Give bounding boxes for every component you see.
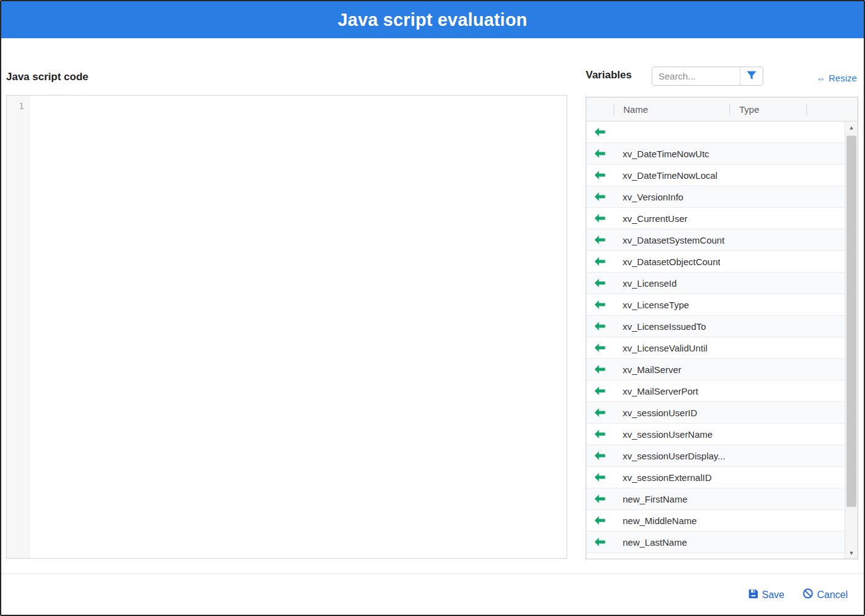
filter-icon (747, 71, 756, 82)
type-column-header: Type (729, 104, 806, 115)
variable-name: xv_LicenseValidUntil (613, 343, 707, 353)
insert-variable-arrow-icon[interactable] (586, 495, 613, 503)
cancel-icon (803, 588, 813, 601)
insert-variable-arrow-icon[interactable] (586, 322, 613, 331)
variables-heading: Variables (586, 69, 632, 81)
variable-name: xv_VersionInfo (613, 192, 683, 202)
variable-row[interactable]: xv_LicenseType (586, 294, 845, 316)
variable-row[interactable]: xv_LicenseValidUntil (586, 337, 845, 359)
dialog-title: Java script evaluation (338, 10, 527, 30)
name-column-header: Name (613, 104, 729, 115)
variable-row[interactable]: xv_sessionExternalID (586, 467, 845, 488)
resize-label: Resize (829, 73, 857, 83)
dialog-titlebar: Java script evaluation (1, 1, 864, 38)
insert-variable-arrow-icon[interactable] (586, 192, 613, 201)
footer-divider (1, 573, 864, 574)
variables-table: Name Type xv_DateTim (586, 97, 858, 559)
scrollbar-thumb[interactable] (847, 136, 856, 507)
variable-name: xv_LicenseIssuedTo (613, 321, 706, 332)
variable-name: xv_DatasetObjectCount (613, 257, 720, 267)
insert-variable-arrow-icon[interactable] (586, 430, 613, 438)
variable-row[interactable]: new_FirstName (586, 488, 845, 510)
footer: Save Cancel (748, 588, 848, 601)
insert-variable-arrow-icon[interactable] (586, 236, 613, 244)
resize-icon: ⇔ (816, 73, 826, 83)
insert-variable-arrow-icon[interactable] (586, 451, 613, 460)
save-icon (748, 589, 758, 601)
resize-button[interactable]: ⇔ Resize (816, 73, 857, 83)
filter-button[interactable] (740, 67, 763, 85)
variable-row[interactable]: xv_CurrentUser (586, 208, 845, 229)
variable-name: xv_DatasetSystemCount (613, 235, 724, 245)
variable-row[interactable]: xv_sessionUserName (586, 424, 845, 445)
code-editor[interactable]: 1 (6, 95, 567, 559)
variable-name: new_Department (613, 559, 693, 559)
insert-variable-arrow-icon[interactable] (586, 128, 613, 136)
variable-name: new_FirstName (613, 494, 687, 504)
variable-row[interactable]: xv_MailServer (586, 359, 845, 380)
insert-variable-arrow-icon[interactable] (586, 171, 613, 179)
variable-row[interactable]: xv_MailServerPort (586, 380, 845, 402)
variable-row[interactable]: xv_sessionUserID (586, 402, 845, 424)
variable-row[interactable]: xv_LicenseId (586, 273, 845, 294)
insert-variable-arrow-icon[interactable] (586, 387, 613, 395)
insert-variable-arrow-icon[interactable] (586, 516, 613, 525)
insert-variable-arrow-icon[interactable] (586, 149, 613, 158)
line-number-gutter: 1 (7, 96, 30, 558)
insert-variable-arrow-icon[interactable] (586, 279, 613, 287)
variable-name: xv_LicenseId (613, 278, 677, 289)
insert-variable-arrow-icon[interactable] (586, 343, 613, 352)
variable-name: xv_CurrentUser (613, 213, 687, 224)
variable-row[interactable]: new_Department (586, 553, 845, 559)
variables-list: xv_DateTimeNowUtc xv_DateTimeNowLocal xv… (586, 121, 845, 559)
variable-row[interactable]: xv_sessionUserDisplay... (586, 445, 845, 467)
variable-row[interactable]: new_MiddleName (586, 510, 845, 532)
save-button[interactable]: Save (748, 589, 784, 601)
insert-variable-arrow-icon[interactable] (586, 408, 613, 417)
variable-row[interactable]: xv_DatasetObjectCount (586, 251, 845, 273)
code-editor-label: Java script code (6, 71, 88, 83)
variable-name: xv_MailServer (613, 364, 681, 375)
variable-name: xv_sessionExternalID (613, 472, 711, 483)
line-number: 1 (19, 101, 24, 111)
insert-variable-arrow-icon[interactable] (586, 214, 613, 223)
variable-row[interactable]: xv_LicenseIssuedTo (586, 316, 845, 337)
variable-name: xv_sessionUserDisplay... (613, 451, 725, 461)
save-label: Save (762, 589, 784, 601)
scrollbar[interactable]: ▲ ▼ (845, 121, 858, 559)
dialog: Java script evaluation Java script code … (0, 0, 865, 616)
cancel-label: Cancel (817, 589, 848, 601)
variable-name: xv_sessionUserName (613, 429, 713, 440)
scroll-up-button[interactable]: ▲ (845, 121, 858, 133)
variable-name: xv_LicenseType (613, 300, 689, 310)
column-divider (806, 104, 807, 115)
variable-row[interactable]: new_LastName (586, 532, 845, 553)
variable-name: xv_sessionUserID (613, 408, 697, 418)
code-input[interactable] (30, 96, 567, 558)
column-divider (613, 104, 614, 115)
cancel-button[interactable]: Cancel (803, 588, 848, 601)
insert-variable-arrow-icon[interactable] (586, 538, 613, 546)
scroll-down-button[interactable]: ▼ (845, 547, 858, 559)
variable-row[interactable] (586, 121, 845, 143)
insert-variable-arrow-icon[interactable] (586, 365, 613, 374)
insert-variable-arrow-icon[interactable] (586, 473, 613, 482)
variable-row[interactable]: xv_VersionInfo (586, 186, 845, 208)
variable-name: new_LastName (613, 537, 687, 548)
variable-name: new_MiddleName (613, 515, 697, 526)
table-header: Name Type (586, 97, 858, 121)
variables-search (652, 67, 763, 86)
variable-name: xv_DateTimeNowLocal (613, 170, 718, 181)
insert-variable-arrow-icon[interactable] (586, 300, 613, 309)
variable-row[interactable]: xv_DatasetSystemCount (586, 229, 845, 251)
variable-name: xv_MailServerPort (613, 386, 699, 396)
column-divider (729, 104, 730, 115)
search-input[interactable] (652, 67, 740, 85)
insert-variable-arrow-icon[interactable] (586, 257, 613, 266)
variable-row[interactable]: xv_DateTimeNowUtc (586, 143, 845, 165)
variable-name: xv_DateTimeNowUtc (613, 149, 709, 159)
variable-row[interactable]: xv_DateTimeNowLocal (586, 165, 845, 186)
